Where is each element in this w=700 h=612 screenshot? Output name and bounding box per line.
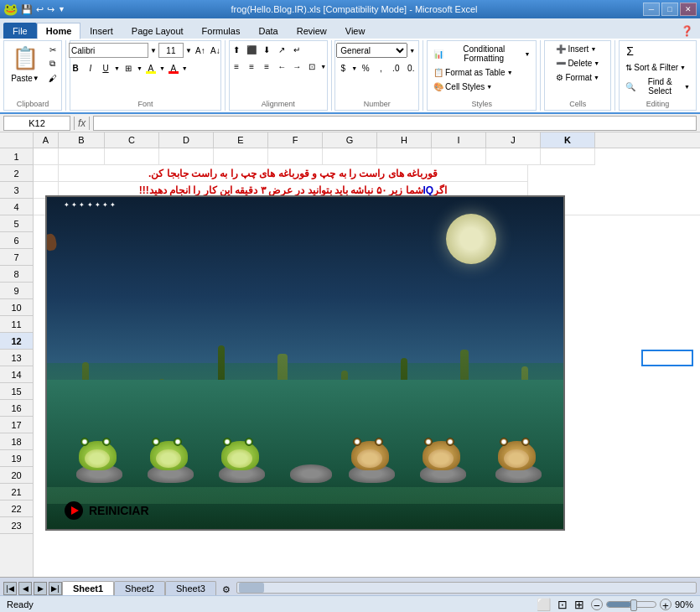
horizontal-scrollbar[interactable]	[236, 582, 697, 594]
quick-access-dropdown[interactable]: ▼	[58, 5, 65, 13]
font-size-input[interactable]	[158, 43, 184, 58]
merge-arrow[interactable]: ▼	[320, 64, 326, 70]
close-button[interactable]: ✕	[680, 3, 697, 16]
align-left-button[interactable]: ≡	[230, 60, 243, 73]
zoom-out-button[interactable]: −	[591, 599, 603, 610]
view-page-layout-icon[interactable]: ⊡	[557, 598, 568, 611]
font-name-arrow[interactable]: ▼	[150, 47, 157, 54]
quick-access-redo[interactable]: ↪	[47, 4, 54, 15]
font-color-arrow[interactable]: ▼	[182, 65, 188, 71]
tab-data[interactable]: Data	[249, 23, 287, 39]
cs-arrow[interactable]: ▼	[486, 84, 492, 90]
view-normal-icon[interactable]: ⬜	[537, 598, 551, 611]
tab-home[interactable]: Home	[37, 23, 81, 39]
quick-access-save[interactable]: 💾	[21, 4, 33, 15]
font-name-input[interactable]	[69, 43, 148, 58]
fat-arrow[interactable]: ▼	[507, 70, 513, 75]
insert-arrow[interactable]: ▼	[590, 46, 596, 52]
number-format-select[interactable]: General Number Currency	[336, 43, 407, 58]
active-cell-k12[interactable]	[641, 350, 693, 366]
border-arrow[interactable]: ▼	[137, 65, 143, 71]
copy-button[interactable]: ⧉	[46, 57, 60, 70]
grid-cell[interactable]	[159, 148, 214, 165]
sheet-tab-sheet2[interactable]: Sheet2	[114, 581, 165, 595]
grid-cell-text-row1[interactable]: قورباغه های راست را به چپ و قورباغه های …	[59, 165, 528, 182]
underline-button[interactable]: U	[99, 61, 112, 75]
align-right-button[interactable]: ≡	[260, 60, 273, 73]
help-icon[interactable]: ❓	[677, 23, 697, 39]
grid-cell[interactable]	[432, 148, 486, 165]
increase-indent-button[interactable]: →	[290, 60, 303, 73]
grid-cell[interactable]	[541, 148, 595, 165]
currency-button[interactable]: $	[336, 61, 350, 75]
decrease-font-button[interactable]: A↓	[209, 44, 222, 57]
fill-color-button[interactable]: A	[144, 61, 158, 75]
text-angle-button[interactable]: ↗	[275, 43, 288, 56]
grid-cell[interactable]	[59, 148, 105, 165]
wrap-text-button[interactable]: ↵	[290, 43, 303, 56]
increase-font-button[interactable]: A↑	[194, 44, 207, 57]
quick-access-undo[interactable]: ↩	[36, 4, 44, 15]
autosum-button[interactable]: Σ	[623, 43, 637, 60]
grid-cell[interactable]	[323, 148, 377, 165]
view-page-break-icon[interactable]: ⊞	[574, 598, 584, 611]
number-format-arrow[interactable]: ▼	[409, 48, 415, 54]
tab-page-layout[interactable]: Page Layout	[122, 23, 193, 39]
border-button[interactable]: ⊞	[122, 61, 135, 75]
comma-button[interactable]: ,	[374, 61, 387, 75]
grid-cell[interactable]	[377, 148, 432, 165]
paste-arrow[interactable]: ▼	[33, 75, 39, 82]
cell-styles-button[interactable]: 🎨 Cell Styles ▼	[431, 80, 495, 93]
grid-cell[interactable]	[486, 148, 541, 165]
zoom-slider[interactable]	[606, 601, 656, 608]
cf-arrow[interactable]: ▼	[524, 51, 530, 57]
grid-cell[interactable]	[34, 148, 59, 165]
increase-decimal-button[interactable]: .0	[389, 61, 402, 75]
grid-cell[interactable]	[214, 148, 268, 165]
format-arrow[interactable]: ▼	[594, 75, 599, 80]
zoom-in-button[interactable]: +	[660, 599, 671, 610]
sort-filter-button[interactable]: ⇅ Sort & Filter ▼	[623, 61, 688, 74]
grid-cell[interactable]	[105, 148, 159, 165]
decrease-indent-button[interactable]: ←	[275, 60, 288, 73]
paste-button[interactable]: 📋	[6, 43, 44, 74]
cell-grid[interactable]: قورباغه های راست را به چپ و قورباغه های …	[34, 148, 700, 577]
sheet-last-button[interactable]: ▶|	[49, 582, 62, 595]
tab-view[interactable]: View	[336, 23, 375, 39]
tab-review[interactable]: Review	[288, 23, 336, 39]
merge-center-button[interactable]: ⊡	[305, 60, 319, 73]
decrease-decimal-button[interactable]: 0.	[404, 61, 417, 75]
tab-file[interactable]: File	[3, 23, 37, 39]
sheet-prev-button[interactable]: ◀	[18, 582, 32, 595]
format-as-table-button[interactable]: 📋 Format as Table ▼	[431, 66, 515, 79]
currency-arrow[interactable]: ▼	[351, 65, 357, 71]
maximize-button[interactable]: □	[661, 3, 678, 16]
delete-button[interactable]: ➖ Delete ▼	[553, 57, 602, 70]
format-painter-button[interactable]: 🖌	[46, 71, 60, 85]
fill-arrow[interactable]: ▼	[159, 65, 165, 71]
align-bottom-button[interactable]: ⬇	[260, 43, 273, 56]
conditional-formatting-button[interactable]: 📊 Conditional Formatting ▼	[431, 43, 532, 65]
font-color-button[interactable]: A	[167, 61, 180, 75]
cut-button[interactable]: ✂	[46, 43, 60, 56]
align-middle-button[interactable]: ⬛	[245, 43, 258, 56]
align-top-button[interactable]: ⬆	[230, 43, 243, 56]
underline-arrow[interactable]: ▼	[114, 65, 120, 71]
sheet-tab-sheet3[interactable]: Sheet3	[165, 581, 216, 595]
formula-input[interactable]	[93, 116, 697, 131]
minimize-button[interactable]: ─	[643, 3, 660, 16]
sheet-first-button[interactable]: |◀	[3, 582, 17, 595]
sf-arrow[interactable]: ▼	[680, 65, 686, 70]
tab-insert[interactable]: Insert	[80, 23, 122, 39]
grid-cell[interactable]	[34, 165, 59, 182]
name-box[interactable]	[3, 116, 70, 131]
play-icon[interactable]	[64, 500, 84, 521]
find-select-button[interactable]: 🔍 Find & Select ▼	[623, 75, 692, 97]
delete-arrow[interactable]: ▼	[594, 60, 599, 66]
italic-button[interactable]: I	[84, 61, 97, 75]
fs-arrow[interactable]: ▼	[684, 84, 690, 90]
format-button[interactable]: ⚙ Format ▼	[553, 71, 602, 84]
insert-button[interactable]: ➕ Insert ▼	[553, 43, 599, 55]
percent-button[interactable]: %	[359, 61, 372, 75]
font-size-arrow[interactable]: ▼	[185, 47, 192, 54]
